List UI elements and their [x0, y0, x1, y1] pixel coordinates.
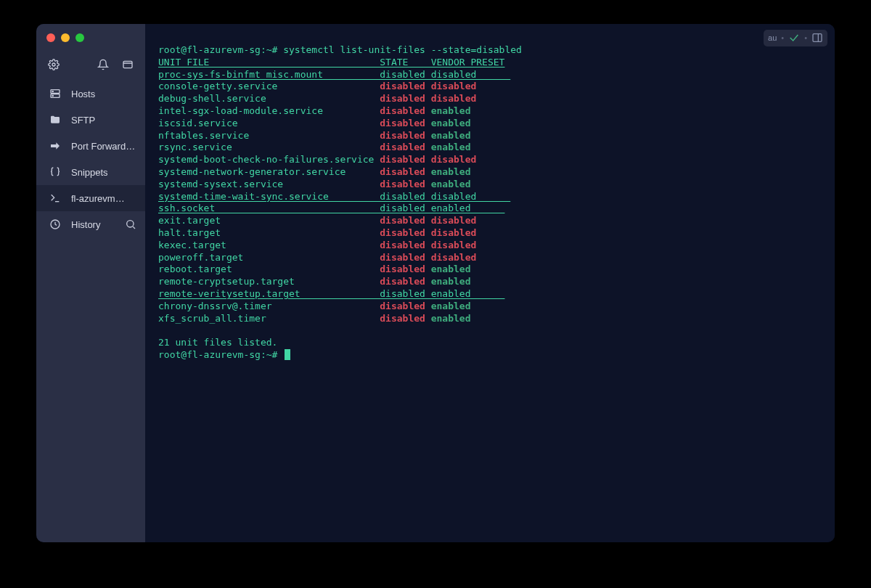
terminal-icon: [49, 192, 61, 204]
terminal-pane[interactable]: au • • root@fl-azurevm-sg:~# systemctl l…: [145, 24, 835, 542]
svg-point-8: [127, 221, 134, 227]
svg-rect-1: [123, 61, 132, 68]
sidebar-item-label: fl-azurevm…: [71, 193, 136, 204]
close-window-button[interactable]: [46, 33, 55, 42]
terminal-output: root@fl-azurevm-sg:~# systemctl list-uni…: [158, 44, 822, 362]
svg-point-0: [52, 63, 55, 66]
clock-icon: [49, 219, 61, 230]
split-panel-icon[interactable]: [811, 32, 823, 44]
folder-icon: [49, 114, 61, 126]
sidebar-item-label: SFTP: [71, 115, 136, 126]
braces-icon: [49, 166, 61, 178]
share-icon[interactable]: [788, 32, 800, 44]
app-window: Hosts SFTP Port Forwarding Snippets fl-a…: [36, 24, 835, 542]
svg-line-9: [133, 226, 135, 229]
server-icon: [49, 88, 61, 99]
forward-icon: [49, 140, 61, 152]
minimize-window-button[interactable]: [61, 33, 70, 42]
sidebar-item-hosts[interactable]: Hosts: [36, 81, 145, 107]
locale-badge[interactable]: au: [768, 32, 777, 44]
sidebar-item-label: Snippets: [71, 167, 136, 178]
titlebar-actions: au • •: [764, 30, 827, 46]
svg-point-4: [52, 91, 53, 91]
sidebar-item-host-session[interactable]: fl-azurevm…: [36, 185, 145, 211]
svg-rect-10: [813, 34, 822, 42]
bell-icon[interactable]: [97, 59, 109, 70]
search-icon[interactable]: [125, 219, 136, 230]
window-controls: [36, 24, 145, 52]
sidebar-item-label: Hosts: [71, 89, 136, 99]
zoom-window-button[interactable]: [75, 33, 84, 42]
inbox-icon[interactable]: [122, 59, 134, 70]
sidebar-item-history[interactable]: History: [36, 211, 145, 237]
sidebar: Hosts SFTP Port Forwarding Snippets fl-a…: [36, 24, 145, 542]
sidebar-top-icons: [36, 52, 145, 81]
svg-point-5: [52, 95, 53, 96]
gear-icon[interactable]: [48, 59, 60, 70]
sidebar-item-snippets[interactable]: Snippets: [36, 159, 145, 185]
sidebar-item-label: History: [71, 219, 115, 230]
sidebar-item-label: Port Forwarding: [71, 141, 136, 152]
sidebar-item-port-forwarding[interactable]: Port Forwarding: [36, 133, 145, 159]
sidebar-item-sftp[interactable]: SFTP: [36, 107, 145, 133]
